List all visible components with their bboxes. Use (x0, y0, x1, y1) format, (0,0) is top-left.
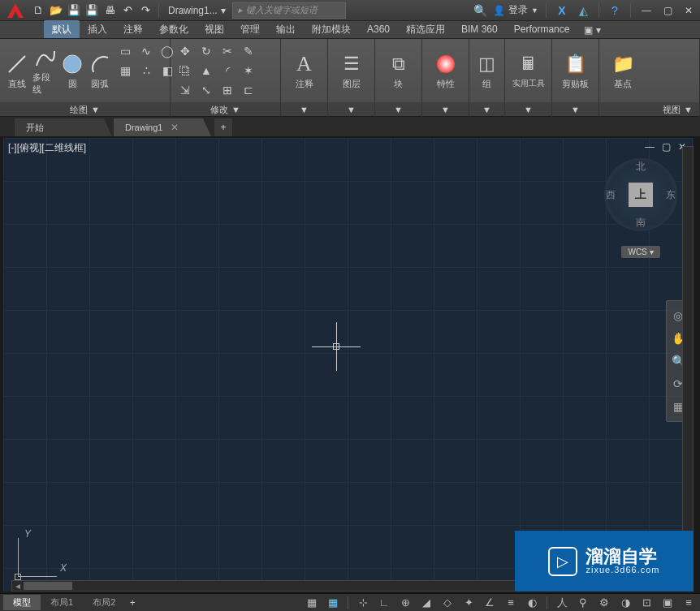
ribbon-tab-a360[interactable]: A360 (359, 20, 398, 38)
tool-block[interactable]: ⧉ 块 (380, 52, 417, 90)
layout-tab-model[interactable]: 模型 (3, 595, 41, 610)
viewcube-west[interactable]: 西 (606, 188, 616, 202)
panel-group-label[interactable]: ▼ (469, 102, 504, 117)
panel-layer-label[interactable]: ▼ (328, 102, 374, 117)
tool-polyline[interactable]: 多段线 (32, 45, 57, 96)
redo-icon[interactable]: ↷ (138, 3, 153, 18)
explode-icon[interactable]: ✶ (239, 62, 258, 80)
model-paper-toggle[interactable]: ▦ (304, 596, 320, 610)
ribbon-tab-annotate[interactable]: 注释 (115, 20, 151, 38)
close-icon[interactable]: ✕ (171, 122, 179, 133)
ribbon-tab-addins[interactable]: 附加模块 (304, 20, 359, 38)
customize-status[interactable]: ≡ (681, 596, 697, 610)
plot-icon[interactable]: 🖶 (102, 3, 117, 18)
workspace-switch[interactable]: ⚙ (596, 596, 612, 610)
new-tab-button[interactable]: + (214, 118, 232, 136)
ucs-icon[interactable]: Y X (18, 528, 67, 577)
ribbon-tab-extra[interactable]: ▣ ▾ (577, 22, 607, 38)
annotation-scale[interactable]: 人 (554, 596, 570, 610)
close-button[interactable]: ✕ (681, 4, 697, 17)
viewcube-north[interactable]: 北 (636, 160, 646, 174)
scrollbar-thumb[interactable] (24, 582, 72, 590)
tool-circle[interactable]: 圆 (60, 52, 84, 90)
ribbon-tab-performance[interactable]: Performance (506, 20, 578, 38)
tool-property[interactable]: 特性 (427, 52, 464, 90)
layout-tab-layout2[interactable]: 布局2 (83, 595, 125, 610)
panel-block-label[interactable]: ▼ (375, 102, 421, 117)
autodesk-icon[interactable]: ◭ (575, 2, 591, 19)
scale-icon[interactable]: ⤡ (197, 81, 216, 99)
wcs-dropdown[interactable]: WCS ▾ (621, 246, 659, 258)
tool-line[interactable]: 直线 (5, 52, 29, 90)
ribbon-tab-view[interactable]: 视图 (197, 20, 232, 38)
ribbon-tab-default[interactable]: 默认 (44, 20, 80, 38)
signin-button[interactable]: 👤 登录 ▼ (493, 3, 538, 17)
panel-draw-label[interactable]: 绘图 ▼ (0, 102, 170, 117)
erase-icon[interactable]: ✎ (239, 42, 258, 60)
undo-icon[interactable]: ↶ (120, 3, 135, 18)
tool-util[interactable]: 🖩 实用工具 (510, 52, 547, 89)
3dosnap-toggle[interactable]: ✦ (460, 596, 477, 610)
array-icon[interactable]: ⊞ (218, 81, 237, 99)
ribbon-tab-bim360[interactable]: BIM 360 (453, 20, 506, 38)
ortho-toggle[interactable]: ∟ (376, 596, 392, 610)
viewcube-south[interactable]: 南 (636, 216, 646, 230)
open-icon[interactable]: 📂 (49, 3, 63, 18)
panel-util-label[interactable]: ▼ (505, 102, 551, 117)
isodraft-toggle[interactable]: ◢ (418, 596, 434, 610)
copy-icon[interactable]: ⿻ (175, 62, 195, 80)
rectangle-icon[interactable]: ▭ (115, 42, 135, 60)
ribbon-tab-insert[interactable]: 插入 (80, 20, 115, 38)
document-title[interactable]: Drawing1... ▾ (168, 5, 226, 16)
tool-clipboard[interactable]: 📋 剪贴板 (557, 52, 594, 90)
move-icon[interactable]: ✥ (175, 42, 195, 60)
viewcube[interactable]: 北 南 西 东 上 WCS ▾ (604, 158, 677, 258)
vertical-scrollbar[interactable] (682, 146, 694, 577)
app-logo[interactable] (3, 0, 28, 21)
lineweight-toggle[interactable]: ≡ (503, 596, 519, 610)
exchange-icon[interactable]: X (554, 2, 570, 19)
add-layout-button[interactable]: + (125, 597, 140, 609)
otrack-toggle[interactable]: ∠ (482, 596, 498, 610)
tool-layer[interactable]: ☰ 图层 (333, 52, 369, 90)
viewcube-east[interactable]: 东 (666, 188, 676, 202)
spline-icon[interactable]: ∿ (136, 42, 156, 60)
panel-clipboard-label[interactable]: ▼ (552, 102, 598, 117)
vp-maximize-button[interactable]: ▢ (659, 141, 672, 153)
layout-tab-layout1[interactable]: 布局1 (41, 595, 83, 610)
grid-toggle[interactable]: ▦ (325, 596, 341, 610)
hatch-icon[interactable]: ▦ (115, 62, 135, 80)
help-search-input[interactable]: ▸ 键入关键字或短语 (232, 2, 346, 19)
help-icon[interactable]: ? (607, 2, 623, 19)
tool-text[interactable]: A 注释 (286, 52, 322, 90)
mirror-icon[interactable]: ▲ (197, 62, 216, 80)
tool-base[interactable]: 📁 基点 (604, 52, 642, 90)
vp-minimize-button[interactable]: — (643, 141, 656, 153)
polar-toggle[interactable]: ⊕ (397, 596, 413, 610)
tool-arc[interactable]: 圆弧 (88, 52, 112, 90)
search-icon[interactable]: 🔍 (472, 2, 488, 19)
minimize-button[interactable]: — (638, 4, 655, 17)
hardware-accel[interactable]: ⊡ (638, 596, 655, 610)
ribbon-tab-featured[interactable]: 精选应用 (398, 20, 453, 38)
ribbon-tab-output[interactable]: 输出 (268, 20, 304, 38)
panel-annotate-label[interactable]: ▼ (281, 102, 327, 117)
tool-group[interactable]: ◫ 组 (474, 52, 499, 90)
panel-property-label[interactable]: ▼ (422, 102, 469, 117)
maximize-button[interactable]: ▢ (659, 4, 676, 17)
stretch-icon[interactable]: ⇲ (175, 81, 195, 99)
isolate-objects[interactable]: ◑ (617, 596, 633, 610)
file-tab-drawing1[interactable]: Drawing1 ✕ (114, 118, 211, 136)
panel-modify-label[interactable]: 修改 ▼ (171, 102, 280, 117)
panel-base-label[interactable]: 视图 ▼ (599, 102, 699, 117)
annotation-visibility[interactable]: ⚲ (575, 596, 591, 610)
viewcube-top[interactable]: 上 (629, 183, 653, 207)
ribbon-tab-parametric[interactable]: 参数化 (151, 20, 197, 38)
new-icon[interactable]: 🗋 (31, 3, 45, 18)
ribbon-tab-manage[interactable]: 管理 (232, 20, 268, 38)
file-tab-start[interactable]: 开始 (15, 118, 112, 136)
saveas-icon[interactable]: 💾 (84, 3, 99, 18)
scroll-left-icon[interactable]: ◂ (12, 581, 24, 591)
fillet-icon[interactable]: ◜ (218, 62, 237, 80)
viewport-controls[interactable]: [-][俯视][二维线框] (8, 141, 86, 155)
